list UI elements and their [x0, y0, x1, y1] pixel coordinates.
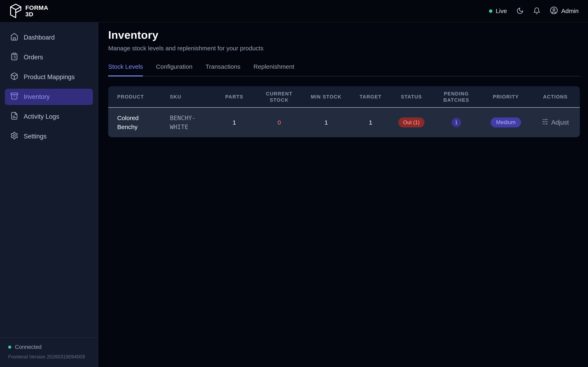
cell-sku: BENCHY-WHITE	[165, 108, 212, 137]
connected-dot-icon	[8, 346, 11, 349]
sliders-icon	[542, 118, 548, 127]
sidebar-item-dashboard[interactable]: Dashboard	[5, 29, 93, 46]
live-label: Live	[496, 8, 507, 15]
col-header-pending-batches: PENDING BATCHES	[432, 86, 481, 107]
sidebar-item-inventory[interactable]: Inventory	[5, 89, 93, 105]
tab-configuration[interactable]: Configuration	[156, 63, 192, 76]
sidebar-item-activity-logs[interactable]: Activity Logs	[5, 108, 93, 125]
sidebar-item-orders[interactable]: Orders	[5, 49, 93, 66]
package-icon	[10, 72, 18, 82]
cell-product: Colored Benchy	[108, 108, 165, 137]
admin-menu[interactable]: Admin	[550, 6, 579, 16]
brand-logo: FORMA 3D	[10, 4, 48, 18]
table-row: Colored Benchy BENCHY-WHITE 1 0 1 1 Out …	[108, 108, 580, 137]
adjust-button[interactable]: Adjust	[542, 118, 569, 127]
main-content: Inventory Manage stock levels and replen…	[98, 22, 588, 367]
cell-min-stock: 1	[302, 108, 350, 137]
cube-3d-logo-icon	[10, 4, 22, 18]
page-subtitle: Manage stock levels and replenishment fo…	[108, 45, 580, 52]
moon-icon	[516, 7, 524, 15]
user-circle-icon	[550, 6, 558, 16]
cell-target: 1	[350, 108, 391, 137]
cell-parts: 1	[212, 108, 256, 137]
archive-icon	[10, 92, 18, 102]
frontend-version: Frontend Version 20260319094009	[8, 354, 98, 360]
col-header-actions: ACTIONS	[531, 86, 580, 107]
topbar: FORMA 3D Live	[0, 0, 588, 22]
col-header-sku: SKU	[165, 86, 212, 107]
cell-actions: Adjust	[531, 108, 580, 137]
table-header-row: PRODUCT SKU PARTS CURRENT STOCK MIN STOC…	[108, 86, 580, 108]
col-header-priority: PRIORITY	[481, 86, 531, 107]
tab-stock-levels[interactable]: Stock Levels	[108, 63, 143, 76]
pending-batches-badge: 1	[452, 118, 461, 127]
cell-status: Out (1)	[391, 108, 432, 137]
tab-transactions[interactable]: Transactions	[206, 63, 241, 76]
adjust-button-label: Adjust	[551, 119, 569, 126]
admin-label: Admin	[561, 8, 579, 15]
topbar-actions: Live	[489, 6, 579, 16]
sidebar-item-label: Product Mappings	[24, 73, 75, 81]
clipboard-list-icon	[10, 52, 18, 62]
live-dot-icon	[489, 9, 493, 13]
live-status: Live	[489, 8, 507, 15]
col-header-product: PRODUCT	[108, 86, 165, 107]
status-badge: Out (1)	[398, 117, 425, 127]
col-header-status: STATUS	[391, 86, 432, 107]
sidebar-item-product-mappings[interactable]: Product Mappings	[5, 69, 93, 85]
home-icon	[10, 33, 18, 42]
sidebar-item-label: Settings	[24, 133, 47, 140]
sidebar-item-label: Inventory	[24, 93, 50, 100]
bell-icon	[533, 7, 540, 15]
theme-toggle-button[interactable]	[516, 7, 524, 15]
file-text-icon	[10, 112, 18, 122]
col-header-current-stock: CURRENT STOCK	[256, 86, 302, 107]
cell-pending-batches: 1	[432, 108, 481, 137]
sidebar-item-label: Activity Logs	[24, 113, 59, 120]
priority-badge: Medium	[491, 117, 521, 127]
sidebar-item-label: Orders	[24, 54, 43, 61]
sidebar-item-label: Dashboard	[24, 34, 55, 41]
notifications-button[interactable]	[533, 7, 540, 15]
col-header-parts: PARTS	[212, 86, 256, 107]
tab-bar: Stock Levels Configuration Transactions …	[108, 63, 580, 76]
brand-name: FORMA 3D	[25, 4, 48, 17]
gear-icon	[10, 132, 18, 141]
cell-priority: Medium	[481, 108, 531, 137]
connection-status-label: Connected	[15, 344, 42, 350]
connection-status: Connected	[8, 344, 98, 350]
brand-line1: FORMA	[25, 4, 48, 11]
sidebar-footer: Connected Frontend Version 2026031909400…	[0, 337, 98, 367]
col-header-target: TARGET	[350, 86, 391, 107]
sidebar-nav: Dashboard Orders	[5, 29, 93, 145]
sidebar: Dashboard Orders	[0, 22, 98, 367]
brand-line2: 3D	[25, 11, 48, 17]
tab-replenishment[interactable]: Replenishment	[253, 63, 294, 76]
stock-levels-table: PRODUCT SKU PARTS CURRENT STOCK MIN STOC…	[108, 86, 580, 137]
app-root: FORMA 3D Live	[0, 0, 588, 367]
cell-current-stock: 0	[256, 108, 302, 137]
page-title: Inventory	[108, 29, 580, 41]
col-header-min-stock: MIN STOCK	[302, 86, 350, 107]
sidebar-item-settings[interactable]: Settings	[5, 128, 93, 145]
